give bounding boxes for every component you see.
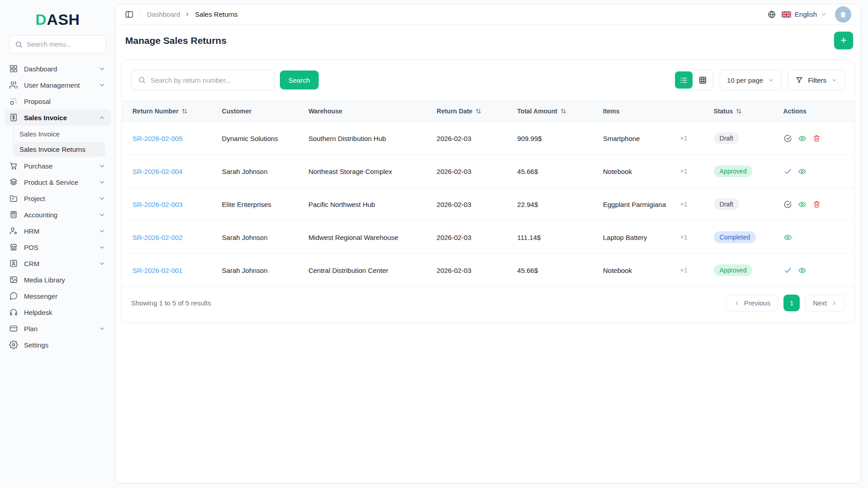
eye-icon <box>798 167 807 176</box>
delete-button[interactable] <box>812 200 821 209</box>
complete-button[interactable] <box>783 167 792 176</box>
header-warehouse: Warehouse <box>301 101 429 122</box>
returns-table: Return Number Customer Warehouse Return … <box>122 100 854 286</box>
headset-icon <box>9 308 18 317</box>
sidebar-item-helpdesk[interactable]: Helpdesk <box>5 304 111 320</box>
sidebar-item-messenger[interactable]: Messenger <box>5 288 111 304</box>
return-search-input[interactable] <box>151 76 268 84</box>
sidebar-search[interactable] <box>9 35 106 53</box>
item-quantity: ×1 <box>680 201 688 208</box>
gear-icon <box>9 340 18 349</box>
sidebar-item-proposal[interactable]: Proposal <box>5 93 111 109</box>
sidebar-item-product-service[interactable]: Product & Service <box>5 174 111 190</box>
chevron-right-icon <box>831 300 837 306</box>
store-icon <box>9 243 18 252</box>
check-circle-icon <box>783 134 792 143</box>
sidebar-item-purchase[interactable]: Purchase <box>5 158 111 174</box>
sidebar-item-pos[interactable]: POS <box>5 239 111 255</box>
sidebar-item-hrm[interactable]: HRM <box>5 223 111 239</box>
delete-button[interactable] <box>812 134 821 143</box>
returns-card: Search 10 per page Filters <box>121 59 855 323</box>
breadcrumb: Dashboard Sales Returns <box>147 10 238 18</box>
previous-page-button[interactable]: Previous <box>726 295 778 311</box>
view-toggle <box>673 70 713 90</box>
grid-view-button[interactable] <box>694 71 712 89</box>
sidebar-item-settings[interactable]: Settings <box>5 337 111 353</box>
chevron-down-icon <box>99 179 105 186</box>
return-number-link[interactable]: SR-2026-02-004 <box>132 168 183 175</box>
chevron-down-icon <box>99 211 105 218</box>
sidebar-subitem-sales-invoice-returns[interactable]: Sales Invoice Returns <box>14 142 105 157</box>
panel-toggle-icon <box>125 10 134 19</box>
return-number-link[interactable]: SR-2026-02-002 <box>132 234 183 241</box>
sort-icon <box>475 108 482 115</box>
page-header: Manage Sales Returns + <box>116 25 860 56</box>
search-icon <box>15 41 23 48</box>
total-amount-cell: 111.14$ <box>510 221 596 254</box>
sidebar-toggle-button[interactable] <box>125 10 134 19</box>
globe-icon[interactable] <box>767 10 776 19</box>
sidebar-item-plan[interactable]: Plan <box>5 320 111 337</box>
folder-icon <box>9 194 18 203</box>
user-avatar[interactable] <box>835 6 851 23</box>
view-button[interactable] <box>798 266 807 275</box>
return-date-cell: 2026-02-03 <box>429 221 510 254</box>
table-row: SR-2026-02-002 Sarah Johnson Midwest Reg… <box>122 221 854 254</box>
add-return-button[interactable]: + <box>834 32 853 49</box>
chevron-left-icon <box>734 300 740 306</box>
view-button[interactable] <box>798 134 807 143</box>
id-card-icon <box>9 259 18 268</box>
per-page-select[interactable]: 10 per page <box>720 70 782 90</box>
sidebar-item-accounting[interactable]: Accounting <box>5 206 111 223</box>
return-search[interactable] <box>131 70 275 90</box>
header-return-date[interactable]: Return Date <box>429 101 510 122</box>
table-row: SR-2026-02-003 Elite Enterprises Pacific… <box>122 188 854 221</box>
logo-ash: ASH <box>47 11 80 28</box>
return-number-link[interactable]: SR-2026-02-005 <box>132 135 183 142</box>
main-panel: Dashboard Sales Returns English <box>115 4 861 483</box>
uk-flag-icon <box>782 11 791 18</box>
chevron-up-icon <box>99 114 105 121</box>
return-number-link[interactable]: SR-2026-02-001 <box>132 267 183 274</box>
view-button[interactable] <box>798 167 807 176</box>
view-button[interactable] <box>798 200 807 209</box>
chevron-down-icon <box>99 66 105 72</box>
customer-cell: Elite Enterprises <box>215 188 301 221</box>
header-customer: Customer <box>215 101 301 122</box>
search-button[interactable]: Search <box>280 70 319 89</box>
list-view-button[interactable] <box>675 71 693 89</box>
sidebar-item-media-library[interactable]: Media Library <box>5 272 111 288</box>
page-1-button[interactable]: 1 <box>783 295 800 311</box>
breadcrumb-dashboard[interactable]: Dashboard <box>147 10 180 18</box>
person-icon <box>9 226 18 235</box>
pagination: Previous 1 Next <box>726 295 845 311</box>
item-name: Laptop Battery <box>603 234 647 241</box>
next-page-button[interactable]: Next <box>805 295 845 311</box>
chevron-down-icon <box>99 325 105 332</box>
sidebar-item-project[interactable]: Project <box>5 190 111 206</box>
sidebar-item-dashboard[interactable]: Dashboard <box>5 61 111 77</box>
header-status[interactable]: Status <box>707 101 776 122</box>
language-label: English <box>795 10 817 18</box>
approve-button[interactable] <box>783 134 792 143</box>
header-total-amount[interactable]: Total Amount <box>510 101 596 122</box>
sidebar-item-crm[interactable]: CRM <box>5 255 111 272</box>
eye-icon <box>783 233 792 242</box>
header-return-number[interactable]: Return Number <box>122 101 215 122</box>
breadcrumb-current: Sales Returns <box>195 10 237 18</box>
status-badge: Draft <box>714 132 739 144</box>
sidebar-search-input[interactable] <box>27 41 100 48</box>
sidebar-item-sales-invoice[interactable]: Sales Invoice <box>5 109 111 126</box>
view-button[interactable] <box>783 233 792 242</box>
filters-button[interactable]: Filters <box>788 70 845 90</box>
trash-icon <box>812 200 821 209</box>
approve-button[interactable] <box>783 200 792 209</box>
language-selector[interactable]: English <box>782 10 827 18</box>
return-date-cell: 2026-02-03 <box>429 122 510 155</box>
return-number-link[interactable]: SR-2026-02-003 <box>132 201 183 208</box>
sidebar-item-user-management[interactable]: User Management <box>5 77 111 93</box>
total-amount-cell: 45.66$ <box>510 155 596 188</box>
sidebar-subitem-sales-invoice[interactable]: Sales Invoice <box>14 127 105 141</box>
complete-button[interactable] <box>783 266 792 275</box>
sales-invoice-submenu: Sales Invoice Sales Invoice Returns <box>14 127 115 157</box>
